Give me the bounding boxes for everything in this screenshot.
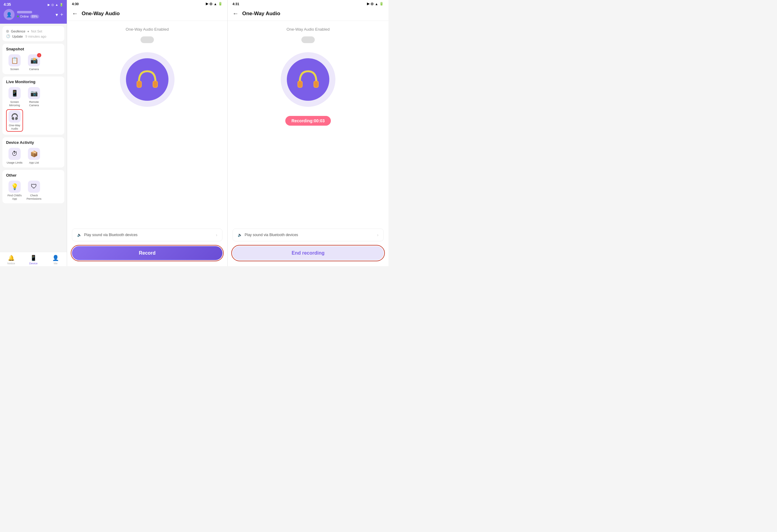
remote-camera-label: Remote Camera — [25, 100, 42, 107]
chevron-right-right: › — [377, 232, 378, 237]
check-permissions-icon: 🛡 — [28, 181, 40, 193]
signal-icon-right: ◎ — [370, 2, 374, 6]
me-label: Me — [54, 262, 58, 265]
page-title-right: One-Way Audio — [242, 11, 280, 17]
live-monitoring-title: Live Monitoring — [6, 80, 61, 84]
wifi-icon-middle: ▲ — [214, 2, 217, 6]
headphone-circle-outer-right — [281, 52, 335, 107]
update-value: 9 minutes ago — [25, 34, 46, 38]
other-card: Other 💡 Find Child's App 🛡 Check Permiss… — [2, 170, 64, 204]
bluetooth-icon-middle: 🔈 — [77, 233, 82, 237]
bluetooth-row-right[interactable]: 🔈 Play sound via Bluetooth devices › — [232, 228, 383, 241]
battery-label: 89% — [30, 15, 39, 18]
app-list-label: App List — [29, 161, 39, 165]
geofence-icon: ◎ — [6, 29, 9, 33]
bottom-nav: 🔔 Notice 📱 Device 👤 Me — [0, 252, 67, 266]
add-icon[interactable]: + — [61, 12, 63, 18]
device-icon: 📱 — [30, 254, 37, 261]
battery-icon-right: 🔋 — [379, 2, 383, 6]
headphone-svg-right — [296, 69, 320, 90]
geofence-row: ◎ Geofence ● Not Set — [6, 29, 61, 33]
signal-icon: ◎ — [51, 3, 54, 6]
time-right: 4:31 — [232, 2, 239, 6]
bluetooth-label-middle: Play sound via Bluetooth devices — [84, 233, 137, 237]
online-dot — [17, 15, 19, 17]
screen-icon: 📋 — [8, 54, 21, 67]
one-way-audio-icon: 🎧 — [8, 110, 21, 123]
play-icon-right: ▶ — [367, 2, 369, 6]
play-icon-middle: ▶ — [206, 2, 208, 6]
enabled-label-middle: One-Way Audio Enabled — [126, 27, 169, 31]
header-actions[interactable]: ▾ + — [56, 12, 63, 18]
status-icons-middle: ▶ ◎ ▲ 🔋 — [206, 2, 222, 6]
update-icon: 🕐 — [6, 34, 10, 38]
profile-info: Online 89% — [17, 11, 53, 18]
svg-rect-5 — [298, 81, 302, 87]
update-label: Update — [12, 34, 23, 38]
time-left: 4:35 — [4, 2, 11, 7]
notice-label: Notice — [7, 262, 15, 265]
find-childs-app-label: Find Child's App — [6, 194, 23, 201]
toggle-right[interactable] — [301, 36, 315, 43]
nav-item-notice[interactable]: 🔔 Notice — [0, 254, 22, 265]
audio-content-right: One-Way Audio Enabled Recording:00:03 🔈 … — [228, 21, 388, 266]
profile-name-bar — [17, 11, 32, 13]
nav-item-device[interactable]: 📱 Device — [22, 254, 44, 265]
avatar: 👤 — [4, 9, 15, 20]
headphone-svg-middle — [135, 69, 159, 90]
sidebar-item-check-permissions[interactable]: 🛡 Check Permissions — [25, 181, 42, 201]
bluetooth-left-right: 🔈 Play sound via Bluetooth devices — [238, 233, 298, 237]
status-bar-left: 4:35 ▶ ◎ ▲ 🔋 — [4, 2, 63, 7]
sidebar-item-screen-mirroring[interactable]: 📱 Screen Mirroring — [6, 87, 23, 107]
geofence-label: Geofence — [11, 29, 25, 33]
status-icons-right: ▶ ◎ ▲ 🔋 — [367, 2, 383, 6]
sidebar-item-app-list[interactable]: 📦 App List — [25, 148, 42, 165]
status-bar-right: 4:31 ▶ ◎ ▲ 🔋 — [228, 0, 388, 8]
sidebar-item-camera[interactable]: 📸 ! Camera — [25, 54, 42, 71]
recording-badge: Recording:00:03 — [285, 116, 331, 126]
update-row: 🕐 Update 9 minutes ago — [6, 34, 61, 38]
sidebar-item-screen[interactable]: 📋 Screen — [6, 54, 23, 71]
bluetooth-row-middle[interactable]: 🔈 Play sound via Bluetooth devices › — [72, 228, 222, 241]
bluetooth-left-middle: 🔈 Play sound via Bluetooth devices — [77, 233, 137, 237]
wifi-icon-right: ▲ — [375, 2, 378, 6]
device-activity-title: Device Activity — [6, 140, 61, 145]
sidebar-item-remote-camera[interactable]: 📷 Remote Camera — [25, 87, 42, 107]
record-button[interactable]: Record — [72, 246, 222, 260]
battery-icon-middle: 🔋 — [218, 2, 222, 6]
dropdown-icon[interactable]: ▾ — [56, 12, 58, 18]
screen-mirroring-label: Screen Mirroring — [6, 100, 23, 107]
sidebar-item-find-childs-app[interactable]: 💡 Find Child's App — [6, 181, 23, 201]
headphone-circle-outer-middle — [120, 52, 175, 107]
back-button-right[interactable]: ← — [232, 10, 239, 17]
right-panel: 4:31 ▶ ◎ ▲ 🔋 ← One-Way Audio One-Way Aud… — [228, 0, 388, 266]
app-list-icon: 📦 — [28, 148, 40, 160]
me-icon: 👤 — [52, 254, 59, 261]
page-title-middle: One-Way Audio — [82, 11, 120, 17]
live-monitoring-grid: 📱 Screen Mirroring 📷 Remote Camera 🎧 One… — [6, 87, 61, 132]
sidebar-item-one-way-audio[interactable]: 🎧 One-Way Audio — [6, 109, 23, 132]
camera-label: Camera — [29, 68, 39, 71]
page-header-middle: ← One-Way Audio — [67, 8, 227, 21]
svg-rect-3 — [153, 81, 157, 87]
time-middle: 4:30 — [72, 2, 79, 6]
sidebar-item-usage-limits[interactable]: ⏱ Usage Limits — [6, 148, 23, 165]
wifi-icon: ▲ — [55, 3, 58, 6]
screen-mirroring-icon: 📱 — [8, 87, 21, 99]
end-recording-button[interactable]: End recording — [232, 246, 383, 260]
usage-limits-icon: ⏱ — [8, 148, 21, 160]
status-bar-middle: 4:30 ▶ ◎ ▲ 🔋 — [67, 0, 227, 8]
device-activity-card: Device Activity ⏱ Usage Limits 📦 App Lis… — [2, 137, 64, 168]
live-monitoring-card: Live Monitoring 📱 Screen Mirroring 📷 Rem… — [2, 77, 64, 135]
back-button-middle[interactable]: ← — [72, 10, 78, 17]
snapshot-grid: 📋 Screen 📸 ! Camera — [6, 54, 61, 71]
bluetooth-icon-right: 🔈 — [238, 233, 242, 237]
screen-label: Screen — [10, 68, 19, 71]
snapshot-title: Snapshot — [6, 47, 61, 51]
check-permissions-label: Check Permissions — [25, 194, 42, 201]
battery-icon: 🔋 — [60, 3, 63, 6]
toggle-middle[interactable] — [140, 36, 154, 43]
remote-camera-icon: 📷 — [28, 87, 40, 99]
middle-panel: 4:30 ▶ ◎ ▲ 🔋 ← One-Way Audio One-Way Aud… — [67, 0, 228, 266]
nav-item-me[interactable]: 👤 Me — [44, 254, 67, 265]
